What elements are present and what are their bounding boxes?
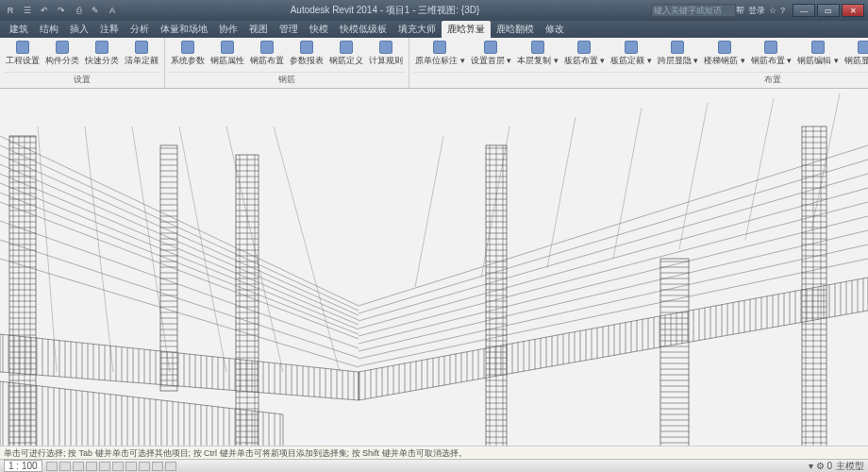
tool-2-3[interactable]: 板筋布置 ▾ <box>562 40 608 68</box>
qat-button-5[interactable]: ✎ <box>89 4 102 17</box>
detail-level-icon[interactable] <box>46 462 58 471</box>
qat-button-6[interactable]: A <box>106 4 119 17</box>
tool-label: 快速分类 <box>85 55 119 67</box>
tool-label: 钢筋属性 <box>210 55 244 67</box>
minimize-button[interactable]: — <box>793 4 815 17</box>
tool-0-1[interactable]: 构件分类 <box>43 40 81 68</box>
sun-path-icon[interactable] <box>73 462 84 471</box>
lock-3d-icon[interactable] <box>139 462 150 471</box>
tab-0[interactable]: 建筑 <box>4 21 34 38</box>
tool-icon <box>16 41 29 54</box>
panel-布置: 原单位标注 ▾设置首层 ▾本层复制 ▾板筋布置 ▾板筋定额 ▾跨层显隐 ▾楼梯钢… <box>409 38 868 88</box>
crop-icon[interactable] <box>112 462 124 471</box>
reveal-hidden-icon[interactable] <box>165 462 176 471</box>
maximize-button[interactable]: ▭ <box>817 4 840 17</box>
tool-label: 系统参数 <box>171 55 205 67</box>
scale-value[interactable]: 1 : 100 <box>4 460 42 472</box>
shadows-icon[interactable] <box>86 462 97 471</box>
tool-icon <box>135 41 148 54</box>
favorite-icon[interactable]: ☆ <box>769 6 776 15</box>
worksets-label[interactable]: 主模型 <box>836 460 864 473</box>
tool-1-4[interactable]: 钢筋定义 <box>327 40 365 68</box>
info-icon[interactable]: ? <box>780 6 785 15</box>
tool-icon <box>858 41 868 54</box>
tool-1-0[interactable]: 系统参数 <box>169 40 207 68</box>
tool-label: 钢筋编辑 ▾ <box>797 55 839 67</box>
tool-icon <box>340 41 353 54</box>
tool-icon <box>764 41 777 54</box>
tool-2-1[interactable]: 设置首层 ▾ <box>469 40 514 68</box>
panel-钢筋: 系统参数钢筋属性钢筋布置参数报表钢筋定义计算规则钢筋 <box>165 38 409 88</box>
3d-viewport[interactable] <box>0 89 868 459</box>
tool-2-9[interactable]: 钢筋显示 ▾ <box>843 40 868 68</box>
svg-rect-42 <box>160 145 177 391</box>
tool-icon <box>300 41 313 54</box>
tab-8[interactable]: 管理 <box>274 21 304 38</box>
tool-0-3[interactable]: 清单定额 <box>123 40 160 68</box>
titlebar-right: 帮 登录 ☆ ? <box>736 5 787 17</box>
tool-label: 钢筋显示 ▾ <box>844 55 868 67</box>
tab-10[interactable]: 快模低级板 <box>334 21 392 38</box>
panel-title: 设置 <box>4 72 160 86</box>
status-hint: 单击可进行选择; 按 Tab 键并单击可选择其他项目; 按 Ctrl 键并单击可… <box>0 446 868 459</box>
qat-button-4[interactable]: ⎙ <box>72 4 85 17</box>
visual-style-icon[interactable] <box>59 462 71 471</box>
help-icon[interactable]: 帮 <box>736 5 744 17</box>
crop-region-icon[interactable] <box>125 462 137 471</box>
quick-access-toolbar: R☰↶↷⎙✎A <box>4 4 119 17</box>
tab-2[interactable]: 插入 <box>64 21 94 38</box>
help-search[interactable]: 键入关键字或短语 <box>651 4 736 17</box>
qat-button-0[interactable]: R <box>4 4 17 17</box>
statusbar: 1 : 100 ▾ ⚙ 0 主模型 <box>0 459 868 472</box>
window-title: Autodesk Revit 2014 - 项目1 - 三维视图: {3D} <box>119 4 651 17</box>
tool-label: 本层复制 ▾ <box>517 55 559 67</box>
tool-1-1[interactable]: 钢筋属性 <box>209 40 246 68</box>
tab-7[interactable]: 视图 <box>243 21 274 38</box>
tab-13[interactable]: 鹿晗翻模 <box>491 21 540 38</box>
render-icon[interactable] <box>99 462 110 471</box>
tab-1[interactable]: 结构 <box>34 21 64 38</box>
tool-2-7[interactable]: 钢筋布置 ▾ <box>749 40 794 68</box>
tool-label: 钢筋布置 ▾ <box>751 55 793 67</box>
temp-hide-icon[interactable] <box>152 462 163 471</box>
tab-12[interactable]: 鹿晗算量 <box>442 21 491 38</box>
tool-1-5[interactable]: 计算规则 <box>367 40 405 68</box>
tool-icon <box>260 41 274 54</box>
qat-button-3[interactable]: ↷ <box>55 4 68 17</box>
tool-icon <box>671 41 684 54</box>
tool-icon <box>221 41 234 54</box>
tool-2-2[interactable]: 本层复制 ▾ <box>515 40 560 68</box>
qat-button-2[interactable]: ↶ <box>38 4 51 17</box>
tool-icon <box>531 41 544 54</box>
tool-label: 设置首层 ▾ <box>471 55 512 67</box>
close-button[interactable]: ✕ <box>842 4 864 17</box>
tool-2-6[interactable]: 楼梯钢筋 ▾ <box>702 40 747 68</box>
tool-2-4[interactable]: 板筋定额 ▾ <box>609 40 654 68</box>
tool-2-5[interactable]: 跨层显隐 ▾ <box>656 40 701 68</box>
tab-3[interactable]: 注释 <box>94 21 125 38</box>
tab-6[interactable]: 协作 <box>213 21 243 38</box>
tool-1-3[interactable]: 参数报表 <box>288 40 326 68</box>
ribbon-tabs: 建筑结构插入注释分析体量和场地协作视图管理快模快模低级板填充大师鹿晗算量鹿晗翻模… <box>0 21 868 38</box>
tool-label: 板筋布置 ▾ <box>564 55 606 67</box>
tab-14[interactable]: 修改 <box>540 21 570 38</box>
tool-2-8[interactable]: 钢筋编辑 ▾ <box>795 40 841 68</box>
tool-label: 清单定额 <box>125 55 159 67</box>
qat-button-1[interactable]: ☰ <box>21 4 34 17</box>
tool-0-0[interactable]: 工程设置 <box>4 40 42 68</box>
tab-9[interactable]: 快模 <box>304 21 334 38</box>
tool-1-2[interactable]: 钢筋布置 <box>248 40 286 68</box>
filter-status[interactable]: ▾ ⚙ 0 <box>809 461 832 471</box>
tool-2-0[interactable]: 原单位标注 ▾ <box>413 40 467 68</box>
tab-4[interactable]: 分析 <box>125 21 155 38</box>
tool-label: 板筋定额 ▾ <box>610 55 652 67</box>
tool-icon <box>577 41 591 54</box>
tab-11[interactable]: 填充大师 <box>392 21 442 38</box>
tool-label: 构件分类 <box>45 55 79 67</box>
rebar-model <box>0 89 868 459</box>
tool-0-2[interactable]: 快速分类 <box>83 40 121 68</box>
signin-link[interactable]: 登录 <box>748 5 765 17</box>
svg-rect-44 <box>660 259 689 459</box>
tool-icon <box>433 41 446 54</box>
tab-5[interactable]: 体量和场地 <box>155 21 213 38</box>
